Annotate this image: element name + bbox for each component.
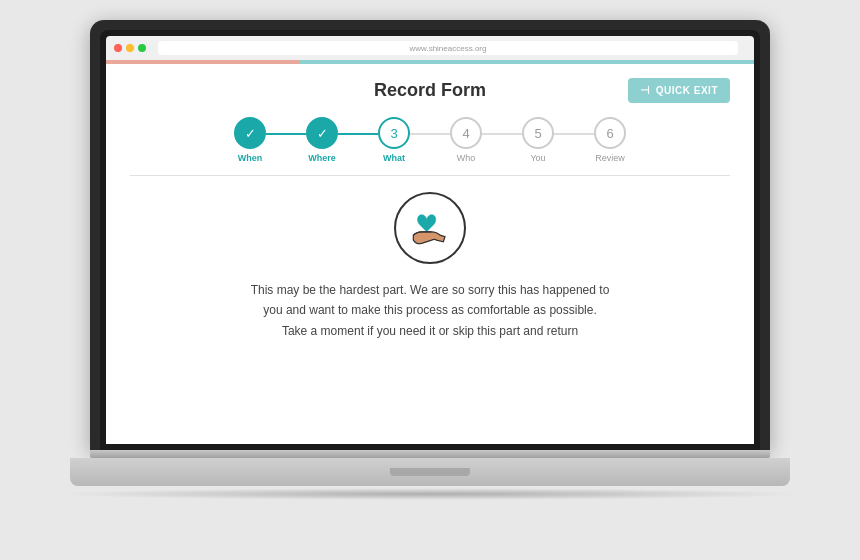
laptop-wrapper: www.shineaccess.org Record Form ⊣ Quick … [70,20,790,540]
quick-exit-button[interactable]: ⊣ Quick Exit [628,78,730,103]
browser-url: www.shineaccess.org [158,41,738,55]
connector-5-6 [554,133,594,135]
step-label-1: When [238,153,263,163]
step-label-4: Who [457,153,476,163]
step-who[interactable]: 4 Who [450,117,482,163]
connector-1-2 [266,133,306,135]
app-content: Record Form ⊣ Quick Exit ✓ When [106,64,754,444]
step-review[interactable]: 6 Review [594,117,626,163]
maximize-dot [138,44,146,52]
header-row: Record Form ⊣ Quick Exit [130,80,730,101]
step-label-3: What [383,153,405,163]
laptop-hinge [90,450,770,458]
laptop-screen-bezel: www.shineaccess.org Record Form ⊣ Quick … [100,30,760,450]
step-you[interactable]: 5 You [522,117,554,163]
step-circle-2: ✓ [306,117,338,149]
title-bold: Record [374,80,436,100]
step-label-2: Where [308,153,336,163]
browser-bar: www.shineaccess.org [106,36,754,60]
page-title: Record Form [374,80,486,101]
step-where[interactable]: ✓ Where [306,117,338,163]
close-dot [114,44,122,52]
step-what[interactable]: 3 What [378,117,410,163]
laptop-screen-outer: www.shineaccess.org Record Form ⊣ Quick … [90,20,770,450]
divider [130,175,730,176]
exit-icon: ⊣ [640,84,651,97]
step-label-6: Review [595,153,625,163]
step-circle-1: ✓ [234,117,266,149]
laptop-base [70,458,790,486]
laptop-shadow [55,488,805,500]
step-label-5: You [530,153,545,163]
quick-exit-label: Quick Exit [656,85,718,96]
step-circle-3: 3 [378,117,410,149]
hand-heart-svg [405,203,455,253]
minimize-dot [126,44,134,52]
body-text: This may be the hardest part. We are so … [250,280,610,341]
connector-2-3 [338,133,378,135]
connector-3-4 [410,133,450,135]
connector-4-5 [482,133,522,135]
step-circle-4: 4 [450,117,482,149]
stepper: ✓ When ✓ Where 3 What [130,117,730,163]
browser-content: Record Form ⊣ Quick Exit ✓ When [106,60,754,444]
laptop-notch [390,468,470,476]
hand-heart-icon-container [394,192,466,264]
step-circle-6: 6 [594,117,626,149]
step-circle-5: 5 [522,117,554,149]
title-normal: Form [436,80,486,100]
step-when[interactable]: ✓ When [234,117,266,163]
